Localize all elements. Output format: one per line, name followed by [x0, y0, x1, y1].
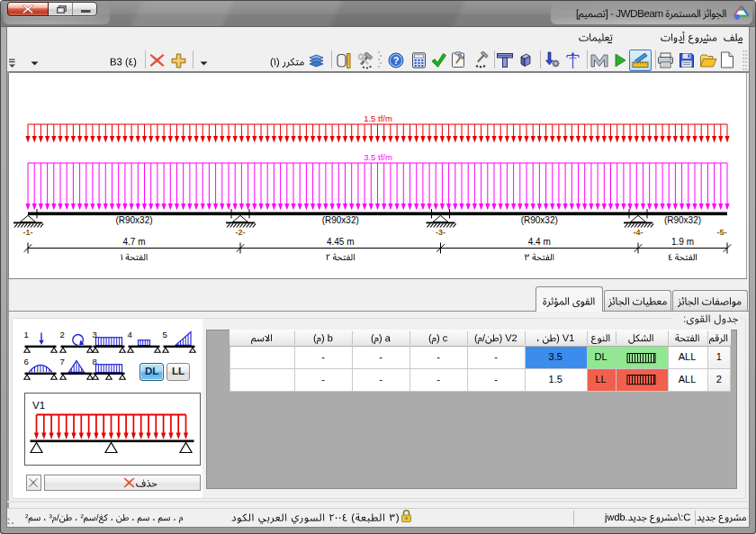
svg-text:-2-: -2-	[236, 228, 246, 237]
svg-text:V1: V1	[32, 400, 45, 411]
svg-text:5: 5	[163, 330, 167, 339]
svg-text:4.7 m: 4.7 m	[122, 237, 145, 247]
svg-text:1.5 tf/m: 1.5 tf/m	[364, 113, 392, 123]
svg-text:7: 7	[60, 357, 65, 367]
svg-text:6: 6	[24, 357, 29, 367]
svg-text:1: 1	[24, 330, 29, 339]
svg-text:(R90x32): (R90x32)	[664, 215, 701, 225]
svg-text:-1-: -1-	[23, 228, 33, 237]
svg-text:3.5 tf/m: 3.5 tf/m	[364, 152, 392, 162]
svg-text:?: ?	[393, 55, 400, 66]
svg-text:4: 4	[128, 330, 132, 339]
svg-text:(R90x32): (R90x32)	[115, 215, 152, 225]
svg-text:4.45 m: 4.45 m	[327, 237, 355, 247]
svg-text:-4-: -4-	[634, 228, 644, 237]
svg-text:(R90x32): (R90x32)	[322, 215, 359, 225]
svg-text:4.4 m: 4.4 m	[528, 237, 551, 247]
svg-text:1.9 m: 1.9 m	[671, 237, 694, 247]
svg-text:2: 2	[60, 330, 65, 339]
svg-text:-5-: -5-	[717, 228, 727, 237]
svg-text:-3-: -3-	[436, 228, 446, 237]
svg-text:(R90x32): (R90x32)	[521, 215, 558, 225]
